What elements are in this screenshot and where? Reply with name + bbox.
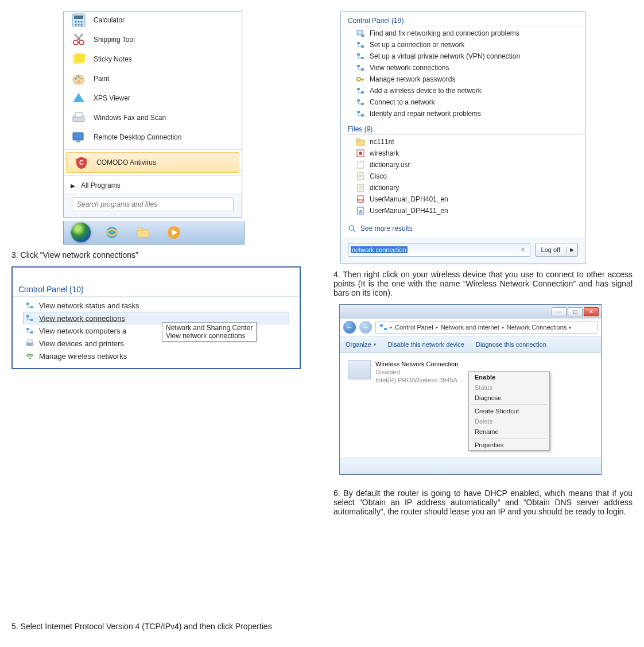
program-item[interactable]: Sticky Notes xyxy=(64,49,242,69)
adapter-item[interactable]: Wireless Network Connection Disabled Int… xyxy=(348,360,468,458)
program-item[interactable]: Calculator xyxy=(64,12,242,30)
cp10-item[interactable]: View network computers a Network and Sha… xyxy=(13,324,300,337)
search-field[interactable]: network connection × xyxy=(348,243,530,257)
svg-point-4 xyxy=(81,21,83,23)
svg-rect-13 xyxy=(74,53,85,63)
svg-rect-65 xyxy=(361,103,364,105)
result-item[interactable]: dictionary xyxy=(341,182,585,193)
result-item[interactable]: Identify and repair network problems xyxy=(341,108,585,119)
forward-button[interactable]: → xyxy=(359,321,372,334)
result-item[interactable]: View network connections xyxy=(341,62,585,73)
breadcrumb[interactable]: ▸ Control Panel ▸ Network and Internet ▸… xyxy=(375,321,598,334)
menu-enable[interactable]: Enable xyxy=(469,372,549,382)
taskbar-ie[interactable] xyxy=(97,223,127,242)
all-programs-label: All Programs xyxy=(81,181,121,189)
start-menu: Calculator Snipping Tool Sticky Notes Pa… xyxy=(63,11,242,218)
svg-point-5 xyxy=(75,24,77,26)
doc-icon xyxy=(356,183,365,192)
svg-rect-68 xyxy=(357,111,360,113)
maximize-button[interactable]: ▢ xyxy=(568,307,583,316)
net-icon xyxy=(356,40,365,49)
menu-rename[interactable]: Rename xyxy=(469,427,549,437)
program-label: Sticky Notes xyxy=(94,55,132,63)
svg-point-2 xyxy=(75,21,77,23)
cp10-label: View devices and printers xyxy=(39,339,124,348)
taskbar xyxy=(63,221,245,245)
clear-icon[interactable]: × xyxy=(519,246,527,254)
result-item[interactable]: wireshark xyxy=(341,148,585,159)
result-item[interactable]: Manage network passwords xyxy=(341,73,585,85)
result-item[interactable]: Set up a connection or network xyxy=(341,39,585,51)
net-icon xyxy=(25,301,34,310)
minimize-button[interactable]: ― xyxy=(552,307,567,316)
result-item[interactable]: Cisco xyxy=(341,171,585,182)
svg-rect-33 xyxy=(30,319,33,321)
taskbar-explorer[interactable] xyxy=(128,223,158,242)
result-item[interactable]: Add a wireless device to the network xyxy=(341,85,585,96)
cp10-label: View network status and tasks xyxy=(39,301,139,310)
program-item[interactable]: Remote Desktop Connection xyxy=(64,127,242,147)
logoff-button[interactable]: Log off ▶ xyxy=(535,243,578,257)
cp10-item[interactable]: View devices and printers xyxy=(13,337,300,350)
chevron-right-icon[interactable]: ▶ xyxy=(566,247,577,253)
svg-rect-54 xyxy=(361,68,364,71)
step3-caption: 3. Click “View network connections” xyxy=(11,250,311,259)
svg-rect-29 xyxy=(30,306,33,308)
svg-point-3 xyxy=(78,21,80,23)
toolbar-disable[interactable]: Disable this network device xyxy=(388,341,464,348)
svg-rect-60 xyxy=(357,88,360,90)
menu-diagnose[interactable]: Diagnose xyxy=(469,393,549,403)
program-label: COMODO Antivirus xyxy=(96,158,156,166)
adapter-name: Wireless Network Connection xyxy=(375,360,463,368)
back-button[interactable]: ← xyxy=(343,321,356,334)
program-label: Snipping Tool xyxy=(94,36,135,44)
svg-point-15 xyxy=(75,78,76,79)
cp10-item[interactable]: View network status and tasks xyxy=(13,299,300,312)
cp10-item[interactable]: Manage wireless networks xyxy=(13,350,300,362)
svg-rect-77 xyxy=(358,173,363,180)
program-label: Paint xyxy=(94,75,109,83)
doc-icon xyxy=(356,172,365,181)
result-item[interactable]: Find and fix networking and connection p… xyxy=(341,28,585,39)
svg-rect-89 xyxy=(380,324,383,327)
close-button[interactable]: ✕ xyxy=(584,307,599,316)
cp10-label: Manage wireless networks xyxy=(39,352,127,361)
svg-rect-28 xyxy=(26,303,29,305)
result-item[interactable]: WUserManual_DPH411_en xyxy=(341,205,585,216)
result-item[interactable]: Connect to a network xyxy=(341,96,585,108)
paint-icon xyxy=(71,71,87,87)
result-item[interactable]: Set up a virtual private network (VPN) c… xyxy=(341,51,585,62)
result-label: Find and fix networking and connection p… xyxy=(370,29,519,37)
context-menu: Enable Status Diagnose Create Shortcut D… xyxy=(468,371,550,451)
svg-point-42 xyxy=(29,358,31,359)
folder-icon xyxy=(356,137,365,146)
menu-shortcut[interactable]: Create Shortcut xyxy=(469,406,549,416)
see-more-results[interactable]: See more results xyxy=(341,220,585,237)
result-item[interactable]: dictionary.usr xyxy=(341,159,585,171)
toolbar-organize[interactable]: Organize xyxy=(346,341,371,348)
result-item[interactable]: nc111nt xyxy=(341,136,585,148)
search-input[interactable] xyxy=(72,197,234,211)
all-programs[interactable]: ▶ All Programs xyxy=(64,178,242,193)
svg-rect-50 xyxy=(361,57,364,59)
svg-rect-46 xyxy=(361,45,364,48)
wrench-icon xyxy=(356,29,365,38)
program-item[interactable]: Paint xyxy=(64,69,242,88)
taskbar-media[interactable] xyxy=(159,223,189,242)
program-item[interactable]: Snipping Tool xyxy=(64,30,242,49)
program-item[interactable]: XPS Viewer xyxy=(64,88,242,108)
xps-icon xyxy=(71,90,87,106)
pdf-icon: PDF xyxy=(356,195,365,204)
result-item[interactable]: PDFUserManual_DPH401_en xyxy=(341,193,585,205)
svg-line-88 xyxy=(353,230,355,232)
program-label: XPS Viewer xyxy=(94,94,130,102)
toolbar-diagnose[interactable]: Diagnose this connection xyxy=(476,341,546,348)
menu-properties[interactable]: Properties xyxy=(469,440,549,450)
start-button[interactable] xyxy=(66,223,96,242)
svg-point-24 xyxy=(106,227,118,238)
program-item[interactable]: Windows Fax and Scan xyxy=(64,108,242,127)
word-icon: W xyxy=(356,206,365,215)
program-item-selected[interactable]: C COMODO Antivirus xyxy=(66,152,239,173)
wifi-icon xyxy=(25,351,34,361)
result-label: Set up a virtual private network (VPN) c… xyxy=(370,52,520,60)
